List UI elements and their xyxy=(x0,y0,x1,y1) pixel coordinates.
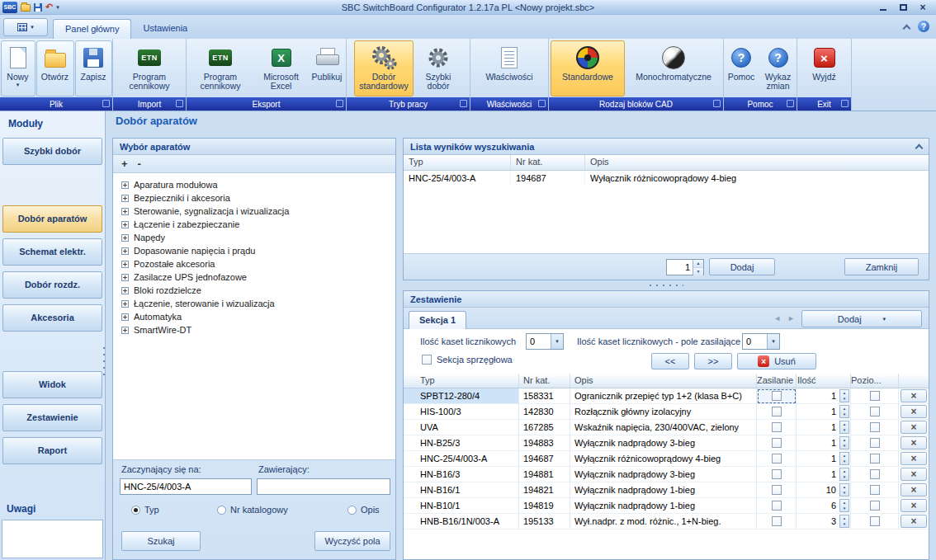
expand-plus-icon[interactable] xyxy=(121,313,129,321)
delete-row-button[interactable]: × xyxy=(901,389,927,402)
horizontal-splitter[interactable] xyxy=(647,283,683,288)
column-header-typ[interactable]: Typ xyxy=(404,374,519,388)
tree-item[interactable]: Napędy xyxy=(113,231,395,244)
cell-typ[interactable]: HNC-25/4/003-A xyxy=(404,451,519,467)
chevron-down-icon[interactable]: ▾ xyxy=(551,334,563,349)
zasilanie-checkbox[interactable] xyxy=(772,422,782,432)
quantity-spinner[interactable]: 1 ▲▼ xyxy=(666,259,704,275)
app-logo-icon[interactable]: SBC xyxy=(2,2,17,13)
poziom-checkbox[interactable] xyxy=(870,469,880,479)
cell-typ[interactable]: HN-B16/3 xyxy=(404,467,519,482)
quantity-value[interactable]: 1 xyxy=(667,260,693,275)
standard-selection-mode-button[interactable]: Dobór standardowy xyxy=(354,40,414,96)
help-button[interactable]: ? Pomoc xyxy=(724,40,759,96)
properties-button[interactable]: Właściwości xyxy=(473,40,546,96)
dialog-launcher-icon[interactable] xyxy=(460,100,467,107)
maximize-button[interactable] xyxy=(896,2,910,13)
starts-with-input[interactable] xyxy=(120,478,252,495)
table-row[interactable]: HNB-B16/1N/003-A 195133 Wył.nadpr. z mod… xyxy=(404,514,929,529)
expand-plus-icon[interactable] xyxy=(121,300,129,308)
column-header-opis[interactable]: Opis xyxy=(585,155,929,170)
expand-plus-icon[interactable] xyxy=(121,181,129,189)
zasilanie-checkbox[interactable] xyxy=(772,516,782,526)
clear-fields-button[interactable]: Wyczyść pola xyxy=(314,531,390,551)
cad-monochrome-blocks-button[interactable]: Monochromatyczne xyxy=(626,40,721,96)
poziom-checkbox[interactable] xyxy=(870,485,880,495)
tree-item[interactable]: Dopasowanie napięcia i prądu xyxy=(113,244,395,257)
tree-item[interactable]: Łączenie i zabezpieczanie xyxy=(113,218,395,231)
add-section-button[interactable]: Dodaj ▾ xyxy=(801,310,922,327)
dialog-launcher-icon[interactable] xyxy=(176,100,183,107)
column-header-ilosc[interactable]: Ilość xyxy=(797,374,851,388)
column-header-nr-kat[interactable]: Nr kat. xyxy=(519,374,570,388)
undo-icon[interactable]: ↶ xyxy=(45,2,53,13)
delete-row-button[interactable]: × xyxy=(901,515,927,528)
close-button[interactable]: × xyxy=(915,2,930,13)
save-button[interactable]: Zapisz xyxy=(75,40,112,96)
help-icon[interactable]: ? xyxy=(918,21,929,32)
import-pricelist-button[interactable]: ETN Program cennikowy xyxy=(116,40,184,96)
cell-typ[interactable]: HIS-100/3 xyxy=(404,404,519,420)
table-row[interactable]: UVA 167285 Wskaźnik napięcia, 230/400VAC… xyxy=(404,420,929,435)
poziom-checkbox[interactable] xyxy=(870,516,880,526)
close-results-button[interactable]: Zamknij xyxy=(844,258,919,275)
radio-button-icon[interactable] xyxy=(217,506,226,515)
save-icon[interactable] xyxy=(34,2,42,13)
minimize-button[interactable] xyxy=(876,2,891,13)
qat-customize-icon[interactable]: ▾ xyxy=(56,2,59,13)
expand-plus-icon[interactable] xyxy=(121,261,129,268)
checkbox-icon[interactable] xyxy=(422,355,432,365)
poziom-checkbox[interactable] xyxy=(870,438,880,448)
expand-plus-icon[interactable] xyxy=(121,327,129,334)
search-button[interactable]: Szukaj xyxy=(121,531,201,551)
delete-row-button[interactable]: × xyxy=(901,436,927,449)
sidebar-item-dobor-rozdz[interactable]: Dobór rozdz. xyxy=(2,271,102,299)
spin-down-icon[interactable]: ▼ xyxy=(693,268,703,275)
quantity-stepper[interactable]: ▲▼ xyxy=(839,499,849,512)
delete-row-button[interactable]: × xyxy=(901,483,927,496)
table-row[interactable]: HN-B25/3 194883 Wyłącznik nadprądowy 3-b… xyxy=(404,435,929,451)
export-pricelist-button[interactable]: ETN Program cennikowy xyxy=(187,40,255,96)
expand-all-button[interactable]: + xyxy=(121,158,128,170)
move-right-button[interactable]: >> xyxy=(694,353,732,369)
column-header-opis[interactable]: Opis xyxy=(570,374,757,388)
quantity-stepper[interactable]: ▲▼ xyxy=(839,483,849,496)
sidebar-item-widok[interactable]: Widok xyxy=(2,371,102,398)
cassette-count-select[interactable]: 0 ▾ xyxy=(526,333,564,350)
table-row[interactable]: HNC-25/4/003-A 194687 Wyłącznik różnicow… xyxy=(404,451,929,467)
tree-item[interactable]: Bloki rozdzielcze xyxy=(113,284,395,297)
tree-item[interactable]: Pozostałe akcesoria xyxy=(113,257,395,271)
cell-typ[interactable]: HN-B25/3 xyxy=(404,435,519,451)
tree-item[interactable]: SmartWire-DT xyxy=(113,323,395,336)
sidebar-item-dobor-aparatow[interactable]: Dobór aparatów xyxy=(2,205,102,233)
poziom-checkbox[interactable] xyxy=(870,422,880,432)
expand-plus-icon[interactable] xyxy=(121,208,129,215)
collapse-all-button[interactable]: - xyxy=(138,158,141,170)
tab-panel-glowny[interactable]: Panel główny xyxy=(53,19,131,39)
quantity-stepper[interactable]: ▲▼ xyxy=(839,436,849,449)
export-excel-button[interactable]: X Microsoft Excel xyxy=(256,40,307,96)
poziom-checkbox[interactable] xyxy=(870,501,880,511)
dialog-launcher-icon[interactable] xyxy=(787,100,794,107)
cell-typ[interactable]: HN-B10/1 xyxy=(404,498,519,514)
zasilanie-checkbox[interactable] xyxy=(772,501,782,511)
contains-input[interactable] xyxy=(257,478,390,495)
tab-ustawienia[interactable]: Ustawienia xyxy=(131,19,199,39)
minimize-ribbon-icon[interactable] xyxy=(903,24,911,32)
zasilanie-checkbox[interactable] xyxy=(772,485,782,495)
poziom-checkbox[interactable] xyxy=(870,454,880,464)
radio-typ[interactable]: Typ xyxy=(131,505,159,515)
delete-row-button[interactable]: × xyxy=(901,421,927,434)
cad-standard-blocks-button[interactable]: Standardowe xyxy=(551,40,625,96)
delete-row-button[interactable]: × xyxy=(901,499,927,512)
open-icon[interactable] xyxy=(21,2,31,13)
radio-button-icon[interactable] xyxy=(347,506,357,515)
exit-button[interactable]: × Wyjdź xyxy=(800,40,849,96)
dialog-launcher-icon[interactable] xyxy=(336,100,343,107)
zasilanie-checkbox[interactable] xyxy=(772,454,782,464)
tree-item[interactable]: Łączenie, sterowanie i wizualizacja xyxy=(113,297,395,310)
notes-box[interactable] xyxy=(2,520,103,558)
nav-left-icon[interactable]: ◄ xyxy=(773,314,781,322)
dialog-launcher-icon[interactable] xyxy=(713,100,721,107)
spinner-arrows[interactable]: ▲▼ xyxy=(693,260,703,275)
